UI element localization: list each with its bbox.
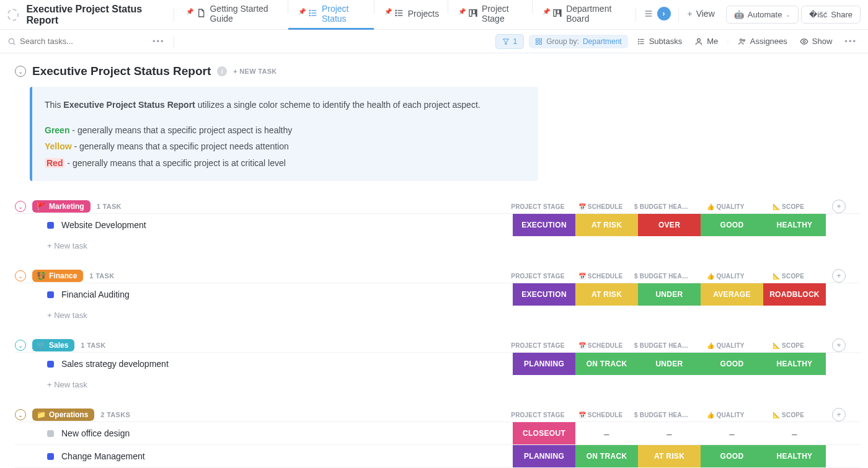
svg-rect-13 bbox=[472, 9, 475, 14]
column-header-schedule[interactable]: 📅SCHEDULE bbox=[569, 412, 632, 418]
status-cell-empty[interactable]: – bbox=[701, 422, 763, 444]
group-collapse-icon[interactable]: ⌄ bbox=[15, 270, 26, 281]
tab-projects[interactable]: 📌Projects bbox=[374, 0, 448, 30]
column-header-quality[interactable]: 👍QUALITY bbox=[694, 412, 757, 418]
add-column-button[interactable]: + bbox=[832, 269, 846, 283]
task-main[interactable]: Sales strategy development bbox=[15, 353, 513, 375]
search-box[interactable] bbox=[7, 37, 144, 46]
column-header-stage[interactable]: PROJECT STAGE bbox=[507, 342, 569, 349]
group-by-pill[interactable]: Group by: Department bbox=[529, 35, 627, 48]
task-row[interactable]: Change ManagementPLANNINGON TRACKAT RISK… bbox=[15, 444, 861, 468]
divider bbox=[174, 8, 174, 22]
group-collapse-icon[interactable]: ⌄ bbox=[15, 340, 26, 351]
show-menu[interactable]: Show bbox=[796, 37, 836, 46]
status-cell[interactable]: GOOD bbox=[701, 353, 763, 375]
task-row[interactable]: Financial AuditingEXECUTIONAT RISKUNDERA… bbox=[15, 283, 861, 306]
column-header-budget[interactable]: $BUDGET HEAL… bbox=[632, 342, 694, 349]
status-cell[interactable]: EXECUTION bbox=[513, 214, 575, 236]
column-header-scope[interactable]: 📐SCOPE bbox=[757, 273, 820, 280]
add-column-button[interactable]: + bbox=[832, 408, 846, 422]
column-header-scope[interactable]: 📐SCOPE bbox=[757, 412, 820, 418]
group-chip[interactable]: 📁Operations bbox=[32, 408, 94, 421]
status-cell[interactable]: GOOD bbox=[701, 214, 763, 236]
add-view-button[interactable]: + View bbox=[681, 0, 720, 30]
column-header-stage[interactable]: PROJECT STAGE bbox=[507, 203, 569, 210]
status-cell[interactable]: HEALTHY bbox=[763, 214, 826, 236]
status-cell[interactable]: AT RISK bbox=[575, 283, 638, 306]
status-cell[interactable]: AVERAGE bbox=[701, 283, 763, 306]
group-collapse-icon[interactable]: ⌄ bbox=[15, 409, 26, 420]
group-collapse-icon[interactable]: ⌄ bbox=[15, 201, 26, 212]
column-header-schedule[interactable]: 📅SCHEDULE bbox=[569, 203, 632, 210]
tab-department-board[interactable]: 📌Department Board bbox=[533, 0, 632, 30]
column-header-budget[interactable]: $BUDGET HEAL… bbox=[632, 203, 694, 210]
task-main[interactable]: New office design bbox=[15, 422, 513, 444]
tab-project-status[interactable]: 📌Project Status bbox=[288, 0, 374, 30]
column-header-stage[interactable]: PROJECT STAGE bbox=[507, 412, 569, 418]
automate-button[interactable]: 🤖 Automate ⌄ bbox=[726, 6, 799, 24]
column-header-quality[interactable]: 👍QUALITY bbox=[694, 273, 757, 280]
task-row[interactable]: Sales strategy developmentPLANNINGON TRA… bbox=[15, 352, 861, 375]
column-header-stage[interactable]: PROJECT STAGE bbox=[507, 273, 569, 280]
toolbar-more-icon[interactable]: ••• bbox=[841, 37, 861, 46]
group-chip[interactable]: 🛒Sales bbox=[32, 339, 74, 351]
new-task-row[interactable]: + New task bbox=[15, 236, 861, 255]
tab-project-stage[interactable]: 📌Project Stage bbox=[448, 0, 532, 30]
status-cell[interactable]: HEALTHY bbox=[763, 353, 826, 375]
search-more-icon[interactable]: ••• bbox=[149, 37, 169, 46]
task-status-icon[interactable] bbox=[47, 291, 54, 298]
task-status-icon[interactable] bbox=[47, 361, 54, 368]
share-button[interactable]: �išć Share bbox=[801, 6, 861, 24]
task-main[interactable]: Change Management bbox=[15, 445, 513, 467]
task-status-icon[interactable] bbox=[47, 222, 54, 229]
task-row[interactable]: New office designCLOSEOUT–––– bbox=[15, 422, 861, 444]
new-task-row[interactable]: + New task bbox=[15, 375, 861, 394]
new-task-row[interactable]: + New task bbox=[15, 306, 861, 325]
column-header-schedule[interactable]: 📅SCHEDULE bbox=[569, 273, 632, 280]
group-chip[interactable]: 💱Finance bbox=[32, 270, 83, 282]
filter-count-pill[interactable]: 1 bbox=[495, 34, 525, 49]
column-header-scope[interactable]: 📐SCOPE bbox=[757, 203, 820, 210]
column-header-schedule[interactable]: 📅SCHEDULE bbox=[569, 342, 632, 349]
task-status-icon[interactable] bbox=[47, 430, 54, 437]
task-main[interactable]: Financial Auditing bbox=[15, 283, 513, 306]
column-header-quality[interactable]: 👍QUALITY bbox=[694, 203, 757, 210]
status-cell[interactable]: OVER bbox=[638, 214, 701, 236]
status-cell[interactable]: ON TRACK bbox=[575, 353, 638, 375]
column-header-quality[interactable]: 👍QUALITY bbox=[694, 342, 757, 349]
status-cell[interactable]: PLANNING bbox=[513, 445, 575, 467]
status-cell[interactable]: ON TRACK bbox=[575, 445, 638, 467]
svg-point-21 bbox=[9, 38, 14, 43]
status-cell[interactable]: ROADBLOCK bbox=[763, 283, 826, 306]
search-input[interactable] bbox=[20, 37, 119, 46]
new-task-button-top[interactable]: + NEW TASK bbox=[233, 68, 277, 75]
assignees-filter[interactable]: Assignees bbox=[734, 37, 791, 46]
status-cell[interactable]: UNDER bbox=[638, 283, 701, 306]
subtasks-toggle[interactable]: Subtasks bbox=[633, 37, 686, 46]
status-cell[interactable]: UNDER bbox=[638, 353, 701, 375]
add-column-button[interactable]: + bbox=[832, 200, 846, 213]
column-header-scope[interactable]: 📐SCOPE bbox=[757, 342, 820, 349]
task-main[interactable]: Website Development bbox=[15, 214, 513, 236]
status-cell[interactable]: PLANNING bbox=[513, 353, 575, 375]
status-cell[interactable]: GOOD bbox=[701, 445, 763, 467]
tab-more[interactable]: › bbox=[639, 0, 676, 30]
column-header-budget[interactable]: $BUDGET HEAL… bbox=[632, 412, 694, 418]
status-cell[interactable]: AT RISK bbox=[575, 214, 638, 236]
info-icon[interactable]: i bbox=[217, 66, 227, 76]
column-header-budget[interactable]: $BUDGET HEAL… bbox=[632, 273, 694, 280]
status-cell[interactable]: HEALTHY bbox=[763, 445, 826, 467]
group-chip[interactable]: 🚩Marketing bbox=[32, 200, 91, 213]
status-cell[interactable]: EXECUTION bbox=[513, 283, 575, 306]
me-filter[interactable]: Me bbox=[691, 37, 722, 46]
status-cell[interactable]: CLOSEOUT bbox=[513, 422, 575, 444]
add-column-button[interactable]: + bbox=[832, 338, 846, 352]
status-cell-empty[interactable]: – bbox=[763, 422, 826, 444]
status-cell-empty[interactable]: – bbox=[575, 422, 638, 444]
task-status-icon[interactable] bbox=[47, 453, 54, 460]
task-row[interactable]: Website DevelopmentEXECUTIONAT RISKOVERG… bbox=[15, 213, 861, 236]
collapse-all-icon[interactable]: ⌄ bbox=[15, 66, 26, 77]
status-cell[interactable]: AT RISK bbox=[638, 445, 701, 467]
status-cell-empty[interactable]: – bbox=[638, 422, 701, 444]
tab-getting-started[interactable]: 📌Getting Started Guide bbox=[176, 0, 288, 30]
